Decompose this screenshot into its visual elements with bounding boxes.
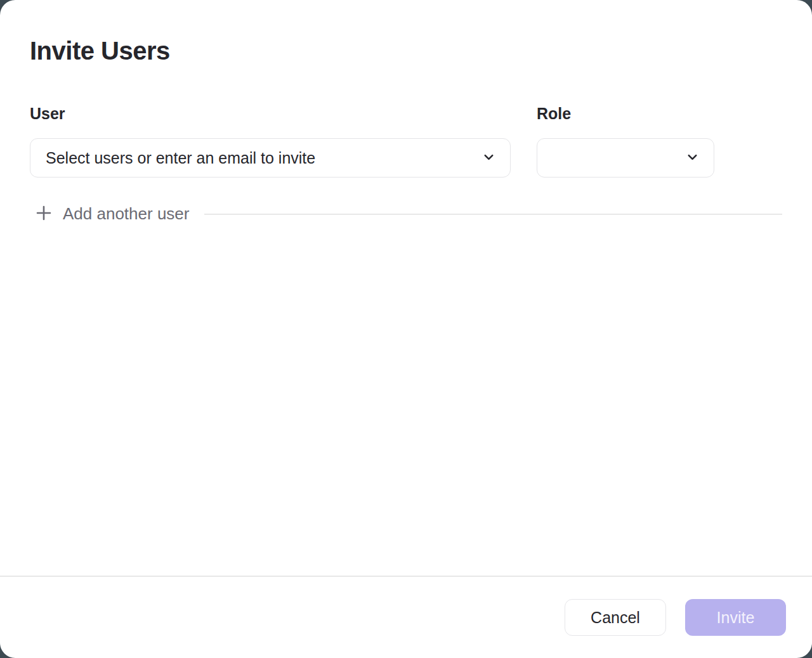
cancel-button[interactable]: Cancel xyxy=(565,599,666,636)
user-field-label: User xyxy=(30,105,511,123)
add-another-user-button[interactable]: Add another user xyxy=(30,204,189,224)
role-field-label: Role xyxy=(537,105,714,123)
chevron-down-icon xyxy=(685,150,700,167)
dialog-body: Invite Users User Select users or enter … xyxy=(0,0,812,576)
plus-icon xyxy=(35,204,53,224)
role-field-group: Role xyxy=(537,105,714,177)
user-field-group: User Select users or enter an email to i… xyxy=(30,105,511,177)
invite-form-row: User Select users or enter an email to i… xyxy=(30,105,782,177)
page-title: Invite Users xyxy=(30,37,782,65)
divider xyxy=(204,214,782,215)
invite-button[interactable]: Invite xyxy=(685,599,786,636)
role-select[interactable] xyxy=(537,138,714,177)
user-select[interactable]: Select users or enter an email to invite xyxy=(30,138,511,177)
invite-users-dialog: Invite Users User Select users or enter … xyxy=(0,0,812,658)
add-another-user-label: Add another user xyxy=(63,204,189,224)
add-user-row: Add another user xyxy=(30,204,782,224)
chevron-down-icon xyxy=(481,150,496,167)
dialog-footer: Cancel Invite xyxy=(0,576,812,658)
user-select-placeholder: Select users or enter an email to invite xyxy=(46,149,315,167)
